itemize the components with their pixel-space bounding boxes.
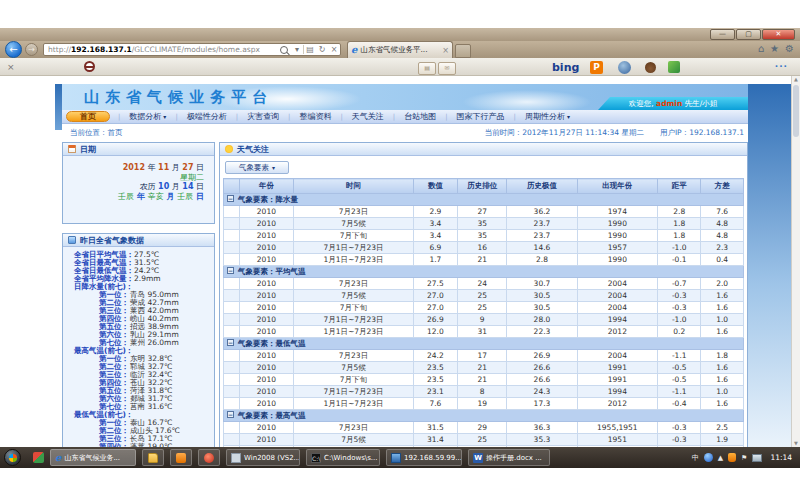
refresh-icon[interactable]: ↻ [316,45,328,54]
collapse-icon[interactable]: − [227,267,234,274]
table-cell: 1.0 [701,314,744,326]
minimize-button[interactable]: — [710,29,735,40]
table-row[interactable]: 20107月1日~7月23日6.91614.61957-1.02.3 [224,242,744,254]
table-row[interactable]: 20107月5候23.52126.61991-0.51.6 [224,362,744,374]
tab-title[interactable]: 山东省气候业务平... [360,45,439,55]
stop-icon[interactable]: × [328,45,340,54]
table-cell: 2004 [577,290,658,302]
table-row[interactable]: 20107月5候3.43523.719901.84.8 [224,218,744,230]
nav-item-6[interactable]: 天气关注 [343,111,393,122]
table-row[interactable]: 20107月5候27.02530.52004-0.31.6 [224,290,744,302]
page-banner: 山东省气候业务平台 欢迎您, admin 先生/小姐 [62,84,748,110]
rank-value: 莒南 31.6℃ [130,403,173,411]
taskbar-button-orange[interactable] [170,449,192,466]
table-row[interactable]: 20107月下旬3.43523.719901.84.8 [224,230,744,242]
new-tab-button[interactable] [455,44,471,58]
network-icon[interactable] [752,454,762,462]
close-button[interactable]: ✕ [762,29,795,40]
mail-icon[interactable]: ✉ [438,62,456,75]
taskbar-button-remote[interactable]: 192.168.59.99... [386,449,462,466]
clock[interactable]: 11:14 [770,453,792,462]
tab-close-icon[interactable]: × [442,46,449,55]
taskbar-button-ie[interactable]: e山东省气候业务... [50,449,136,466]
table-row[interactable]: 20107月23日31.52936.31955,1951-0.32.5 [224,422,744,434]
ime-indicator[interactable]: 中 [692,453,699,463]
table-cell: 2.9 [413,206,457,218]
table-group-row[interactable]: −气象要素：平均气温 [224,266,744,278]
table-cell: 26.9 [507,350,577,362]
table-cell: 2010 [239,434,294,446]
taskbar-button-vm[interactable]: Win2008 (VS2... [226,449,300,466]
taskbar-button-red[interactable] [198,449,220,466]
element-filter-button[interactable]: 气象要素▾ [225,161,289,174]
table-row[interactable]: 20107月23日24.21726.92004-1.11.8 [224,350,744,362]
vertical-scrollbar[interactable]: ▲ ▼ [791,76,800,447]
nav-item-8[interactable]: 国家下行产品 [448,111,514,122]
table-cell: 1.6 [701,398,744,410]
taskbar-button-word[interactable]: W操作手册.docx ... [468,449,550,466]
nav-item-2[interactable]: 数据分析▾ [120,111,175,122]
bing-logo[interactable]: bing [552,61,579,74]
table-group-row[interactable]: −气象要素：最低气温 [224,338,744,350]
forward-button[interactable]: → [25,43,38,56]
nav-item-9[interactable]: 周期性分析▾ [516,111,579,122]
compatibility-view-icon[interactable]: ▤ [304,45,316,54]
p-badge-icon[interactable]: P [590,61,603,74]
table-row[interactable]: 20107月23日27.52430.72004-0.72.0 [224,278,744,290]
more-menu-icon[interactable]: ··· [775,61,788,71]
table-cell: 27 [457,206,506,218]
table-row[interactable]: 20107月下旬23.52126.61991-0.51.6 [224,374,744,386]
browser-tab[interactable]: e 山东省气候业务平... × [347,41,453,58]
address-bar[interactable]: http://192.168.137.1/GLCCLIMATE/modules/… [43,43,341,56]
table-group-row[interactable]: −气象要素：最高气温 [224,410,744,422]
taskbar-button-folder[interactable] [142,449,164,466]
addon-icon[interactable] [84,61,95,72]
table-row[interactable]: 20107月5候31.42535.31951-0.31.9 [224,434,744,446]
nav-item-5[interactable]: 整编资料 [290,111,340,122]
toolbar-close-icon[interactable]: × [7,62,15,72]
card-icon[interactable]: ▤ [418,62,436,75]
rank-value: 莱州 26.0mm [130,339,179,347]
table-cell: -0.7 [658,278,701,290]
collapse-icon[interactable]: − [227,339,234,346]
nav-item-4[interactable]: 灾害查询 [238,111,288,122]
table-row[interactable]: 20101月1日~7月23日1.7212.81990-0.10.4 [224,254,744,266]
table-cell: 7月23日 [294,278,414,290]
green-app-icon[interactable] [668,61,680,73]
collapse-icon[interactable]: − [227,195,234,202]
table-cell: 25 [457,290,506,302]
tools-gear-icon[interactable]: ⚙ [785,43,794,54]
back-button[interactable]: ← [5,41,22,58]
nav-item-7[interactable]: 台站地图 [395,111,445,122]
disc-icon[interactable] [618,61,631,74]
table-row[interactable]: 20107月1日~7月23日26.9928.01994-1.01.0 [224,314,744,326]
start-button[interactable] [4,449,21,466]
home-icon[interactable]: ⌂ [758,43,764,54]
table-group-row[interactable]: −气象要素：降水量 [224,194,744,206]
tray-blue-icon[interactable] [704,453,713,462]
scrollbar-thumb[interactable] [793,85,799,137]
table-row[interactable]: 20101月1日~7月23日7.61917.32012-0.41.6 [224,398,744,410]
chevron-down-icon[interactable]: ▾ [291,45,303,54]
taskbar-button-cmd[interactable]: C:\C:\Windows\s... [306,449,380,466]
url-text[interactable]: http://192.168.137.1/GLCCLIMATE/modules/… [44,45,279,54]
hidden-icons-arrow[interactable]: ▲ [718,454,723,462]
search-icon[interactable] [280,46,288,54]
tray-orange-icon[interactable] [728,453,736,462]
table-cell: 27.0 [413,290,457,302]
action-center-flag-icon[interactable]: ⚑ [741,454,747,462]
page-right-strip [748,84,791,447]
table-row[interactable]: 20107月下旬27.02530.52004-0.31.6 [224,302,744,314]
table-row[interactable]: 20107月1日~7月23日23.1824.31994-1.11.0 [224,386,744,398]
collapse-icon[interactable]: − [227,411,234,418]
nav-item-1[interactable]: 首页 [66,111,110,122]
quicklaunch-icon[interactable] [33,452,44,463]
paw-icon[interactable] [645,62,656,73]
username: admin [656,99,682,108]
favorites-star-icon[interactable]: ★ [770,43,779,54]
table-row[interactable]: 20101月1日~7月23日12.03122.320120.21.6 [224,326,744,338]
browser-viewport: 山东省气候业务平台 欢迎您, admin 先生/小姐 首页|数据分析▾|极端性分… [0,76,800,447]
nav-item-3[interactable]: 极端性分析 [178,111,236,122]
table-row[interactable]: 20107月23日2.92736.219742.87.6 [224,206,744,218]
maximize-button[interactable]: ▢ [736,29,761,40]
